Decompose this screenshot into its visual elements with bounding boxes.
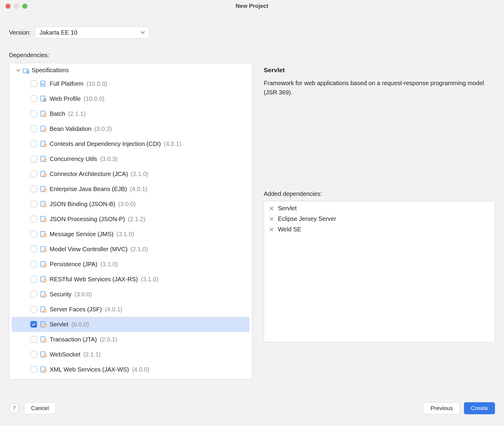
dependency-version: (3.1.0) [117,231,134,238]
dependency-name: RESTful Web Services (JAX-RS) [50,276,138,283]
previous-button[interactable]: Previous [424,402,460,414]
dependency-checkbox[interactable] [30,186,37,192]
dependency-checkbox[interactable] [30,366,37,373]
dependency-name: Web Profile [50,95,81,102]
dependency-name: Model View Controller (MVC) [50,246,128,253]
chevron-down-icon [141,31,145,34]
added-dependencies-label: Added dependencies: [264,190,495,197]
tree-row[interactable]: Transaction (JTA) (2.0.1) [12,332,250,347]
tree-row[interactable]: Bean Validation (3.0.2) [12,121,250,136]
added-dependency-row[interactable]: Eclipse Jersey Server [264,214,495,224]
dependency-checkbox[interactable] [30,156,37,162]
tree-row[interactable]: Servlet (6.0.0) [12,317,250,332]
tree-row[interactable]: Security (3.0.0) [12,287,250,302]
dependency-version: (10.0.0) [84,95,104,102]
tree-row[interactable]: XML Web Services (JAX-WS) (4.0.0) [12,362,250,377]
added-dependency-row[interactable]: Servlet [264,203,495,214]
spec-page-icon [40,216,47,222]
tree-row[interactable]: Server Faces (JSF) (4.0.1) [12,302,250,317]
remove-icon[interactable] [269,206,274,211]
tree-group-specifications[interactable]: Specifications [9,63,252,76]
dependency-name: JSON Binding (JSON-B) [50,201,115,208]
tree-row[interactable]: Contexts and Dependency Injection (CDI) … [12,136,250,151]
spec-page-icon [40,291,47,298]
dependency-version: (3.1.0) [141,276,158,283]
svg-rect-1 [27,71,28,72]
tree-row[interactable]: Model View Controller (MVC) (2.1.0) [12,242,250,257]
window-title: New Project [0,3,504,9]
tree-row[interactable]: Message Service (JMS) (3.1.0) [12,227,250,242]
dependency-checkbox[interactable] [30,125,37,132]
spec-page-icon [40,125,47,132]
dependency-checkbox[interactable] [30,171,37,177]
spec-page-icon [40,351,47,358]
added-dependencies-list: ServletEclipse Jersey ServerWeld SE [264,201,495,342]
dependency-name: Servlet [50,321,68,328]
dependencies-label: Dependencies: [9,52,495,59]
tree-row[interactable]: Batch (2.1.1) [12,106,250,121]
dependency-name: Persistence (JPA) [50,261,98,268]
dependency-version: (2.1.0) [131,171,148,177]
dependency-version: (6.0.0) [71,321,89,328]
dependency-checkbox[interactable] [30,246,37,252]
spec-page-icon [40,246,47,252]
spec-page-icon [40,156,47,162]
fullscreen-window-button[interactable] [22,4,27,9]
close-window-button[interactable] [5,4,11,9]
remove-icon[interactable] [269,227,274,232]
tree-row[interactable]: JSON Processing (JSON-P) (2.1.2) [12,211,250,227]
dependency-version: (4.0.1) [105,306,122,313]
tree-row[interactable]: JSON Binding (JSON-B) (3.0.0) [12,196,250,211]
remove-icon[interactable] [269,217,274,221]
spec-page-icon [40,231,47,237]
svg-rect-2 [28,71,29,72]
window-controls [0,4,27,9]
spec-page-icon [40,186,47,192]
tree-row[interactable]: WebSocket (2.1.1) [12,347,250,362]
tree-row[interactable]: Enterprise Java Beans (EJB) (4.0.1) [12,181,250,196]
minimize-window-button[interactable] [14,4,19,9]
detail-description: Framework for web applications based on … [264,79,490,97]
tree-row[interactable]: Connector Architecture (JCA) (2.1.0) [12,166,250,181]
dependencies-tree[interactable]: Specifications EEFull Platform (10.0.0)W… [9,63,252,379]
dependency-checkbox[interactable] [30,140,37,147]
spec-page-icon [40,306,47,313]
dependency-name: Concurrency Utils [50,156,97,162]
dependency-checkbox[interactable] [30,216,37,222]
tree-row[interactable]: Web Profile (10.0.0) [12,91,250,106]
cancel-button[interactable]: Cancel [24,402,56,414]
dependency-checkbox[interactable] [30,261,37,267]
dependency-name: Transaction (JTA) [50,336,97,343]
tree-row[interactable]: EEFull Platform (10.0.0) [12,76,250,91]
dependency-checkbox[interactable] [30,110,37,117]
dependency-checkbox[interactable] [30,336,37,343]
tree-row[interactable]: Concurrency Utils (3.0.3) [12,151,250,166]
dependency-checkbox[interactable] [30,351,37,358]
spec-page-icon [40,261,47,267]
tree-row[interactable]: RESTful Web Services (JAX-RS) (3.1.0) [12,272,250,287]
svg-rect-4 [28,72,29,73]
dependency-name: Connector Architecture (JCA) [50,171,128,177]
dependency-checkbox[interactable] [30,80,37,87]
spec-page-icon [40,276,47,282]
dependency-checkbox[interactable] [30,291,37,298]
dependency-checkbox[interactable] [30,201,37,207]
create-button[interactable]: Create [464,402,495,414]
dependency-checkbox[interactable] [30,306,37,313]
tree-row[interactable]: Persistence (JPA) (3.1.0) [12,257,250,272]
dependency-version: (4.0.1) [164,140,181,147]
dependency-checkbox[interactable] [30,231,37,237]
added-dependency-name: Eclipse Jersey Server [278,215,336,222]
dependency-version: (2.1.1) [68,110,86,117]
dependency-checkbox[interactable] [30,276,37,282]
dependency-checkbox[interactable] [30,321,37,328]
version-combobox[interactable]: Jakarta EE 10 [35,26,149,39]
detail-title: Servlet [264,66,495,74]
titlebar: New Project [0,0,504,12]
help-button[interactable]: ? [9,403,19,413]
dialog-footer: ? Cancel Previous Create [0,397,504,426]
dependency-version: (3.0.0) [118,201,136,208]
folder-icon [23,67,29,74]
dependency-checkbox[interactable] [30,95,37,102]
added-dependency-row[interactable]: Weld SE [264,224,495,235]
